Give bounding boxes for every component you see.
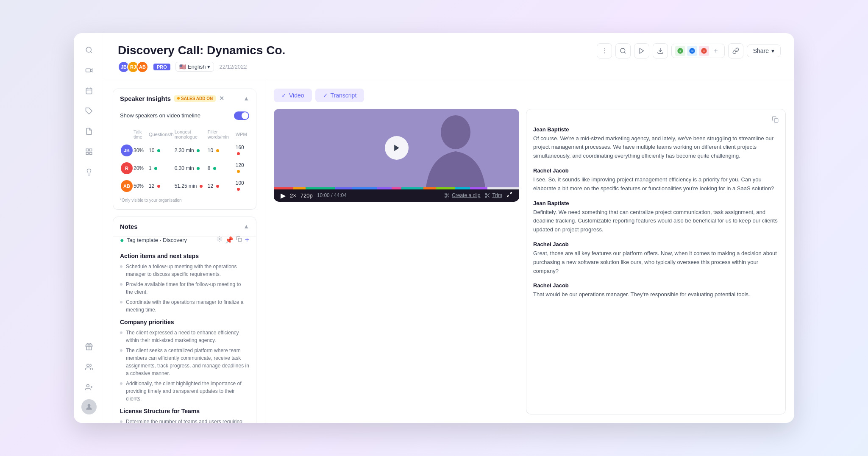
svg-text:#: # [679, 50, 681, 53]
video-controls-bar: ▶ 2× 720p 10:00 / 44:04 [274, 189, 519, 202]
timeline-toggle[interactable] [234, 111, 249, 120]
pro-badge: PRO [153, 64, 170, 70]
download-button[interactable] [653, 43, 668, 58]
bullet-icon [120, 265, 122, 268]
header-meta: JB RJ AB PRO 🇺🇸 English ▾ 22/12/2022 [118, 61, 285, 73]
svg-rect-2 [86, 88, 92, 94]
svg-point-15 [86, 364, 89, 367]
sidebar-item-user-add[interactable] [81, 379, 97, 396]
svg-point-19 [87, 404, 90, 407]
transcript-text: I see. So, it sounds like improving proj… [533, 175, 779, 193]
add-integration-icon[interactable] [711, 46, 721, 56]
svg-rect-8 [89, 149, 92, 151]
avatar-ab: AB [136, 61, 148, 73]
video-check-icon: ✓ [281, 92, 287, 99]
sidebar-item-calendar[interactable] [81, 82, 97, 99]
sidebar-item-gift[interactable] [81, 338, 97, 355]
speaker-name: Jean Baptiste [533, 126, 779, 133]
progress-segment [487, 187, 519, 189]
share-button[interactable]: Share ▾ [747, 44, 781, 57]
sidebar-item-grid[interactable] [81, 143, 97, 160]
person-silhouette [417, 109, 494, 187]
progress-segment [335, 187, 353, 189]
transcript-entry: Jean Baptiste Definitely. We need someth… [533, 200, 779, 234]
progress-segment [274, 187, 293, 189]
progress-segment [401, 187, 423, 189]
sidebar-item-search[interactable] [81, 42, 97, 58]
create-clip-link[interactable]: Create a clip [444, 192, 480, 198]
notes-body: Action items and next stepsSchedule a fo… [113, 253, 256, 423]
play-ctrl-button[interactable]: ▶ [281, 192, 286, 200]
search-button[interactable] [615, 43, 631, 58]
transcript-entries: Jean Baptiste Of course. We're a mid-siz… [533, 126, 779, 300]
copy-icon[interactable] [772, 116, 779, 125]
progress-segment [293, 187, 306, 189]
toggle-label: Show speakers on video timeline [120, 112, 200, 119]
speaker-name: Rachel Jacob [533, 241, 779, 247]
play-button-video[interactable] [385, 136, 409, 160]
speed-control[interactable]: 2× [290, 192, 296, 199]
header: Discovery Call: Dynamics Co. JB RJ AB PR… [104, 33, 794, 80]
more-options-button[interactable] [597, 43, 612, 58]
list-item: Coordinate with the operations manager t… [120, 298, 249, 314]
salesforce-icon[interactable]: SF [687, 46, 697, 56]
svg-rect-10 [89, 153, 92, 155]
time-display: 10:00 / 44:04 [317, 192, 347, 198]
svg-line-41 [448, 196, 449, 197]
progress-segment [436, 187, 455, 189]
play-button[interactable] [634, 43, 649, 58]
notes-pin-icon[interactable]: 📌 [225, 236, 234, 244]
sidebar-item-video[interactable] [81, 62, 97, 79]
sidebar-item-users[interactable] [81, 359, 97, 375]
list-item: The client expressed a need to enhance e… [120, 329, 249, 344]
speaker-insights-card: Speaker Insights SALES ADD ON ✕ ▲ Show s… [113, 89, 256, 210]
quality-control[interactable]: 720p [300, 192, 313, 199]
table-row: R 20% 1 0.30 min 8 120 [121, 160, 248, 177]
svg-point-38 [445, 193, 447, 195]
svg-point-20 [604, 48, 605, 49]
fullscreen-button[interactable] [506, 192, 512, 199]
close-sales-badge-button[interactable]: ✕ [219, 95, 224, 102]
progress-segment [306, 187, 335, 189]
table-row: JB 30% 10 2.30 min 10 160 [121, 142, 248, 159]
sidebar-item-lightbulb[interactable] [81, 164, 97, 181]
user-avatar[interactable] [81, 399, 97, 414]
sidebar-item-tag[interactable] [81, 103, 97, 120]
svg-point-36 [441, 115, 470, 149]
flag-icon: 🇺🇸 [179, 64, 186, 70]
trim-link[interactable]: Trim [484, 192, 502, 198]
speaker-insights-body: Show speakers on video timeline Talk tim… [113, 108, 256, 209]
transcript-text: That would be our operations manager. Th… [533, 290, 779, 299]
svg-line-49 [507, 195, 509, 197]
list-item: The client seeks a centralized platform … [120, 347, 249, 377]
svg-rect-9 [86, 153, 88, 155]
col-monologue: Longest monologue [175, 128, 207, 141]
transcript-entry: Rachel Jacob That would be our operation… [533, 282, 779, 299]
hubspot-icon[interactable]: H [699, 46, 709, 56]
language-selector[interactable]: 🇺🇸 English ▾ [175, 62, 214, 72]
sidebar [74, 33, 104, 423]
svg-line-46 [488, 196, 490, 197]
tab-transcript[interactable]: ✓ Transcript [315, 89, 364, 102]
col-talk-time: Talk time [134, 128, 148, 141]
notes-title: Notes [120, 223, 138, 230]
collapse-speaker-insights-button[interactable]: ▲ [243, 95, 249, 102]
link-button[interactable] [728, 43, 743, 58]
speaker-table: Talk time Questions/h Longest monologue … [120, 127, 249, 195]
tab-video[interactable]: ✓ Video [274, 89, 312, 102]
collapse-notes-button[interactable]: ▲ [243, 223, 249, 230]
language-label: English [188, 64, 206, 70]
speaker-name: Rachel Jacob [533, 167, 779, 174]
org-only-note: *Only visible to your organisation [120, 198, 249, 203]
video-body [274, 109, 519, 187]
transcript-entry: Jean Baptiste Of course. We're a mid-siz… [533, 126, 779, 161]
notes-add-icon[interactable]: + [245, 236, 249, 245]
svg-point-23 [620, 48, 625, 53]
list-item: Schedule a follow-up meeting with the op… [120, 263, 249, 278]
progress-segment [470, 187, 487, 189]
notes-icon-1[interactable] [217, 236, 223, 244]
sidebar-item-document[interactable] [81, 123, 97, 140]
slack-icon[interactable]: # [675, 46, 685, 56]
list-item: Determine the number of teams and users … [120, 418, 249, 423]
notes-copy-icon[interactable] [236, 236, 242, 244]
